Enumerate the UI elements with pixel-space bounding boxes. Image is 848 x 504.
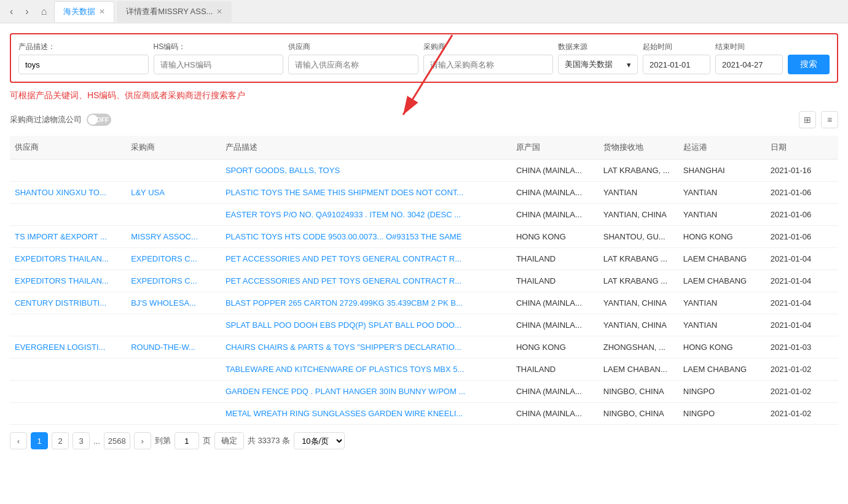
supplier-cell-link[interactable]: EVERGREEN LOGISTI...: [15, 343, 105, 352]
page-3-btn[interactable]: 3: [73, 432, 90, 449]
data-source-select[interactable]: 美国海关数据 ▾: [558, 55, 638, 74]
buyer-cell: [126, 204, 221, 226]
supplier-input[interactable]: [288, 55, 418, 74]
page-1-btn[interactable]: 1: [31, 432, 48, 449]
desc-cell: EASTER TOYS P/O NO. QA91024933 . ITEM NO…: [221, 204, 511, 226]
col-header-supplier: 供应商: [10, 136, 126, 160]
supplier-cell-link[interactable]: EXPEDITORS THAILAN...: [15, 276, 109, 285]
supplier-cell: [10, 359, 126, 381]
date-cell: 2021-01-02: [766, 359, 838, 381]
page-unit: 页: [203, 435, 211, 446]
buyer-cell: [126, 403, 221, 425]
toggle-label: OFF: [96, 117, 109, 123]
buyer-cell-link[interactable]: EXPEDITORS C...: [131, 276, 197, 285]
supplier-cell: [10, 204, 126, 226]
end-date-input[interactable]: 2021-04-27: [715, 55, 783, 74]
tab-customs[interactable]: 海关数据 ✕: [54, 1, 114, 22]
buyer-cell: [126, 359, 221, 381]
page-next-btn[interactable]: ›: [134, 432, 151, 449]
buyer-cell-link[interactable]: L&Y USA: [131, 188, 165, 197]
table-row: EASTER TOYS P/O NO. QA91024933 . ITEM NO…: [10, 204, 838, 226]
filter-toggle[interactable]: OFF: [87, 114, 111, 126]
per-page-select[interactable]: 10条/页 20条/页 50条/页: [294, 432, 345, 449]
table-row: EXPEDITORS THAILAN...EXPEDITORS C...PET …: [10, 248, 838, 270]
port-cell: LAEM CHABANG: [678, 270, 766, 292]
page-last-btn[interactable]: 2568: [104, 432, 130, 449]
buyer-cell: [126, 314, 221, 336]
list-view-btn[interactable]: ≡: [821, 111, 838, 128]
origin-cell: CHINA (MAINLA...: [511, 182, 599, 204]
tab-customs-close[interactable]: ✕: [99, 8, 105, 15]
buyer-cell-link[interactable]: ROUND-THE-W...: [131, 343, 195, 352]
origin-cell: HONG KONG: [511, 336, 599, 359]
desc-cell-link[interactable]: PLASTIC TOYS THE SAME THIS SHIPMENT DOES…: [226, 188, 463, 197]
desc-cell: METAL WREATH RING SUNGLASSES GARDEN WIRE…: [221, 403, 511, 425]
nav-forward-btn[interactable]: ›: [20, 4, 33, 20]
date-cell: 2021-01-06: [766, 182, 838, 204]
hs-input[interactable]: [154, 55, 284, 74]
supplier-cell-link[interactable]: CENTURY DISTRIBUTI...: [15, 298, 106, 308]
grid-view-btn[interactable]: ⊞: [799, 111, 816, 128]
desc-cell-link[interactable]: SPORT GOODS, BALLS, TOYS: [226, 166, 340, 175]
tab-detail[interactable]: 详情查看MISSRY ASS... ✕: [117, 1, 232, 22]
supplier-cell: [10, 381, 126, 403]
supplier-cell-link[interactable]: TS IMPORT &EXPORT ...: [15, 232, 107, 241]
goto-confirm-btn[interactable]: 确定: [214, 432, 244, 449]
supplier-cell: [10, 160, 126, 182]
tab-customs-label: 海关数据: [63, 6, 95, 17]
pagination: ‹ 1 2 3 ... 2568 › 到第 页 确定 共 33373 条 10条…: [10, 425, 838, 457]
buyer-cell-link[interactable]: EXPEDITORS C...: [131, 254, 197, 263]
origin-cell: CHINA (MAINLA...: [511, 314, 599, 336]
origin-cell: CHINA (MAINLA...: [511, 403, 599, 425]
hint-content: 可根据产品关键词、HS编码、供应商或者采购商进行搜索客户: [10, 90, 245, 101]
product-input[interactable]: [18, 55, 149, 74]
buyer-cell-link[interactable]: MISSRY ASSOC...: [131, 232, 198, 241]
start-date-value: 2021-01-01: [650, 60, 691, 69]
desc-cell: SPLAT BALL POO DOOH EBS PDQ(P) SPLAT BAL…: [221, 314, 511, 336]
buyer-cell: L&Y USA: [126, 182, 221, 204]
origin-cell: CHINA (MAINLA...: [511, 292, 599, 314]
data-source-label: 数据来源: [558, 42, 638, 52]
nav-back-btn[interactable]: ‹: [5, 4, 18, 20]
desc-cell-link[interactable]: BLAST POPPER 265 CARTON 2729.499KG 35.43…: [226, 298, 463, 308]
date-cell: 2021-01-04: [766, 292, 838, 314]
desc-cell-link[interactable]: EASTER TOYS P/O NO. QA91024933 . ITEM NO…: [226, 210, 461, 219]
filter-right: ⊞ ≡: [799, 111, 838, 128]
origin-cell: CHINA (MAINLA...: [511, 160, 599, 182]
supplier-cell-link[interactable]: SHANTOU XINGXU TO...: [15, 188, 106, 197]
data-source-field: 数据来源 美国海关数据 ▾: [558, 42, 638, 74]
supplier-cell: EVERGREEN LOGISTI...: [10, 336, 126, 359]
main-content: 产品描述： HS编码： 供应商 采购商 数据来源 美国海关数据 ▾ 起始时间 2…: [0, 23, 848, 504]
goto-input[interactable]: [175, 432, 199, 449]
buyer-label: 采购商: [423, 42, 554, 52]
date-cell: 2021-01-06: [766, 204, 838, 226]
col-header-date: 日期: [766, 136, 838, 160]
desc-cell-link[interactable]: METAL WREATH RING SUNGLASSES GARDEN WIRE…: [226, 409, 463, 418]
table-row: GARDEN FENCE PDQ . PLANT HANGER 30IN BUN…: [10, 381, 838, 403]
hint-text: 可根据产品关键词、HS编码、供应商或者采购商进行搜索客户: [10, 90, 838, 101]
home-btn[interactable]: ⌂: [36, 4, 52, 20]
desc-cell-link[interactable]: SPLAT BALL POO DOOH EBS PDQ(P) SPLAT BAL…: [226, 320, 461, 330]
buyer-input[interactable]: [423, 55, 554, 74]
desc-cell-link[interactable]: PET ACCESSORIES AND PET TOYS GENERAL CON…: [226, 276, 461, 285]
search-button[interactable]: 搜索: [788, 55, 830, 74]
desc-cell-link[interactable]: TABLEWARE AND KITCHENWARE OF PLASTICS TO…: [226, 365, 464, 374]
port-cell: LAEM CHABANG: [678, 359, 766, 381]
desc-cell: PLASTIC TOYS THE SAME THIS SHIPMENT DOES…: [221, 182, 511, 204]
buyer-cell: EXPEDITORS C...: [126, 270, 221, 292]
page-2-btn[interactable]: 2: [52, 432, 69, 449]
start-date-input[interactable]: 2021-01-01: [643, 55, 710, 74]
port-cell: YANTIAN: [678, 292, 766, 314]
desc-cell-link[interactable]: PET ACCESSORIES AND PET TOYS GENERAL CON…: [226, 254, 461, 263]
supplier-cell-link[interactable]: EXPEDITORS THAILAN...: [15, 254, 109, 263]
page-prev-btn[interactable]: ‹: [10, 432, 27, 449]
dest-cell: LAT KRABANG, ...: [599, 160, 678, 182]
tab-detail-close[interactable]: ✕: [216, 8, 222, 15]
desc-cell-link[interactable]: GARDEN FENCE PDQ . PLANT HANGER 30IN BUN…: [226, 387, 465, 396]
col-header-port: 起运港: [678, 136, 766, 160]
desc-cell-link[interactable]: PLASTIC TOYS HTS CODE 9503.00.0073... O#…: [226, 232, 461, 241]
desc-cell-link[interactable]: CHAIRS CHAIRS & PARTS & TOYS "SHIPPER'S …: [226, 343, 461, 352]
hs-label: HS编码：: [154, 42, 284, 52]
buyer-cell-link[interactable]: BJ'S WHOLESA...: [131, 298, 196, 308]
col-header-buyer: 采购商: [126, 136, 221, 160]
